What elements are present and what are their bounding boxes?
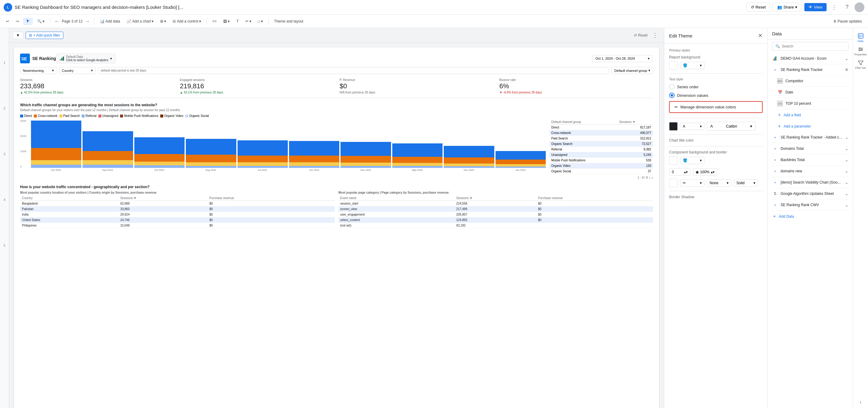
help-button[interactable]: ? — [842, 2, 852, 12]
add-field-icon: ＋ — [777, 112, 782, 118]
add-chart-button[interactable]: 📈 Add a chart ▾ — [124, 18, 156, 25]
google-algo-expand-btn[interactable]: ⌄ — [845, 191, 848, 196]
add-control-button[interactable]: ⊟ Add a control ▾ — [170, 18, 204, 25]
data-sidebar-label: Data — [858, 39, 863, 43]
rect-button[interactable]: □ ▾ — [255, 18, 265, 25]
ga4-expand-btn[interactable]: ⌄ — [845, 56, 848, 61]
panel-close-button[interactable]: ✕ — [758, 32, 763, 39]
data-item-demo-ga4[interactable]: DEMO GA4 Account - Ecom ⌄ — [772, 53, 848, 64]
view-button[interactable]: 👁 View — [804, 3, 827, 11]
se-ranking-expand-btn[interactable]: ✕ — [845, 67, 848, 72]
prev-page-button[interactable]: ← — [53, 18, 61, 25]
grid-button[interactable]: ⊞ ▾ — [158, 18, 168, 25]
shape-button[interactable]: ✏ ▾ — [243, 18, 254, 25]
prev-page-table-btn[interactable]: ‹ — [649, 176, 650, 180]
dimension-values-radio[interactable]: Dimension values — [669, 93, 763, 98]
report-bg-color-swatch[interactable] — [669, 61, 678, 70]
stroke-solid-dropdown[interactable]: Solid ▾ — [734, 179, 758, 187]
text-button[interactable]: T — [234, 18, 241, 25]
filter-sidebar-label: Filter bar — [855, 66, 866, 69]
legend-dot-osocial — [185, 115, 188, 118]
text-color-dropdown[interactable]: A ▾ — [680, 123, 705, 130]
legend-mobile-push: Mobile Push Notifications — [120, 114, 158, 118]
code-button[interactable]: <> — [210, 18, 219, 25]
demo-search-expand-btn[interactable]: ⌄ — [845, 180, 848, 185]
svg-point-15 — [859, 48, 860, 49]
font-selector[interactable]: A Calibri ▾ — [707, 122, 755, 131]
new-returning-filter[interactable]: New/returning ▾ — [20, 67, 57, 74]
control-icon: ⊟ — [173, 19, 176, 24]
cursor-button[interactable] — [23, 18, 33, 25]
sidebar-data-button[interactable]: Data — [855, 32, 867, 44]
domains-new-expand-btn[interactable]: ⌄ — [845, 169, 848, 174]
add-data-button[interactable]: ＋ Add Data — [772, 211, 848, 222]
data-item-se-ranking[interactable]: ＋ SE Ranking Rank Tracker ✕ — [772, 64, 848, 75]
stroke-none-dropdown[interactable]: None ▾ — [707, 179, 731, 187]
data-item-domains-new[interactable]: ＋ domains new ⌄ — [772, 166, 848, 177]
domains-expand-btn[interactable]: ⌄ — [845, 146, 848, 151]
se-cwv-expand-btn[interactable]: ⌄ — [845, 202, 848, 207]
opacity-input[interactable]: ◉ 100% ▴▾ — [693, 168, 717, 176]
stroke-color-swatch[interactable] — [669, 179, 678, 187]
series-order-radio[interactable]: Series order — [669, 84, 763, 90]
canvas-reset-button[interactable]: ↺ Reset — [634, 33, 648, 37]
channel-group-filter[interactable]: Default channel group ▾ — [612, 67, 653, 74]
add-parameter-button[interactable]: ＋ Add a parameter — [772, 121, 848, 132]
data-item-google-algo[interactable]: ⇅ Google Algorithm Updates Sheet ⌄ — [772, 188, 848, 199]
border-width-input[interactable]: 0 ▴▾ — [669, 168, 690, 176]
data-item-competitor[interactable]: ABC Competitor — [772, 75, 848, 87]
add-data-button[interactable]: 📊 Add data — [97, 18, 122, 25]
date-period-filter[interactable]: default data period is last 28 days — [98, 67, 609, 74]
reset-button[interactable]: ↺ Reset — [746, 3, 770, 11]
data-item-backlinks[interactable]: ＋ Backlinks Total ⌄ — [772, 154, 848, 166]
component-bg-swatch[interactable] — [669, 156, 678, 165]
sidebar-filter-button[interactable]: Filter bar — [855, 59, 867, 71]
add-quick-filter-button[interactable]: ⊞ + Add quick filter — [26, 32, 63, 39]
next-page-table-btn[interactable]: › — [652, 176, 653, 180]
data-item-domains[interactable]: ＋ Domains Total ⌄ — [772, 143, 848, 154]
filter-icon: ▼ — [16, 33, 20, 37]
data-item-se-added[interactable]: ＋ SE Ranking Rank Tracker - Added c... ⌄ — [772, 132, 848, 143]
data-item-demo-search[interactable]: ＋ [demo] Search Visibility Chart (Goo...… — [772, 177, 848, 188]
zoom-button[interactable]: 🔍 ▾ — [35, 18, 47, 25]
theme-layout-button[interactable]: Theme and layout — [272, 18, 306, 25]
country-filter[interactable]: Country ▾ — [59, 67, 96, 74]
text-color-swatch[interactable] — [669, 122, 678, 131]
undo-button[interactable]: ↩ — [4, 18, 11, 25]
date-range-picker[interactable]: Oct 1, 2024 - Oct 28, 2024 ▾ — [592, 55, 653, 62]
data-default-label: Default Data — [66, 55, 108, 59]
manage-dimension-colors-button[interactable]: ✏ Manage dimension value colors — [669, 101, 763, 113]
row-3: 3 — [0, 150, 9, 195]
pause-updates-button[interactable]: ⏸ Pause updates — [831, 18, 864, 25]
sidebar-expand-button[interactable]: › — [860, 400, 861, 405]
share-button[interactable]: 👥 Share ▾ — [773, 3, 802, 11]
add-field-button[interactable]: ＋ Add a field — [772, 109, 848, 121]
page-info: Page 3 of 12 — [62, 19, 83, 24]
row-5: 5 — [0, 241, 9, 287]
data-item-se-cwv[interactable]: ＋ SE Ranking Rank CWV ⌄ — [772, 199, 848, 211]
redo-button[interactable]: ↪ — [13, 18, 21, 25]
component-bg-dropdown[interactable]: 🪣 ▾ — [680, 157, 705, 164]
data-search-box[interactable]: 🔍 — [772, 42, 848, 51]
date-range-value: Oct 1, 2024 - Oct 28, 2024 — [595, 57, 635, 60]
se-added-icon: ＋ — [772, 134, 778, 140]
competitor-icon: ABC — [777, 78, 783, 84]
data-item-top10[interactable]: 123 TOP 10 percent — [772, 98, 848, 109]
more-options-button[interactable]: ⋮ — [829, 2, 839, 12]
table-row: user_engagement205,807$0 — [338, 212, 653, 217]
data-search-input[interactable] — [782, 44, 845, 49]
stroke-dropdown[interactable]: ✏ ▾ — [680, 179, 705, 187]
metrics-row: Sessions 233,698 ▲ 42.5% from previous 2… — [20, 78, 653, 98]
stroke-icon: ✏ — [683, 181, 686, 185]
backlinks-expand-btn[interactable]: ⌄ — [845, 157, 848, 162]
canvas-more-button[interactable]: ⋮ — [650, 30, 660, 40]
data-item-date[interactable]: 📅 Date — [772, 87, 848, 98]
next-page-button[interactable]: → — [84, 18, 91, 25]
se-added-expand-btn[interactable]: ⌄ — [845, 135, 848, 140]
zoom-icon: 🔍 — [37, 19, 42, 24]
code-icon: <> — [212, 19, 217, 24]
report-bg-dropdown[interactable]: 🪣 ▾ — [680, 62, 705, 69]
filter-icon-button[interactable]: ▼ — [13, 32, 23, 39]
sidebar-properties-button[interactable]: Properties — [855, 45, 867, 57]
image-button[interactable]: 🖼 ▾ — [221, 18, 232, 25]
